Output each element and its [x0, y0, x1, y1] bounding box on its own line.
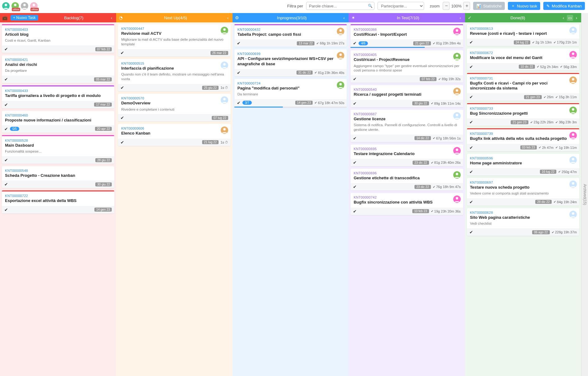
archive-icon[interactable]: ▭ — [567, 15, 573, 21]
zoom-in-button[interactable]: + — [463, 2, 470, 10]
task-card[interactable]: KNT00000733 Bug Sincronizzazione progett… — [467, 103, 579, 126]
task-card[interactable]: KNT00000731 Bugfix Costi e ricavi - Camp… — [467, 73, 579, 101]
card-title: Ricerca / suggest progetti terminati — [354, 92, 450, 97]
stats-button[interactable]: 📊 Statistiche — [473, 2, 505, 10]
search-input[interactable] — [306, 2, 374, 10]
new-task-button[interactable]: ＋ Nuovo task — [508, 2, 540, 10]
svg-point-23 — [456, 29, 458, 32]
column-body[interactable]: KNT00000403 Articoli blog Costi e ricavi… — [0, 22, 116, 376]
participant-select[interactable]: Partecipante... — [378, 2, 424, 10]
task-card[interactable]: KNT00000696 Gestione etichette di transc… — [351, 169, 463, 190]
card-title: Articoli blog — [5, 32, 102, 37]
column-body[interactable]: KNT00000447 Revisione mail ACTV Migliora… — [116, 22, 232, 376]
task-card[interactable]: KNT00000540 Ricerca / suggest progetti t… — [351, 85, 463, 107]
task-card[interactable]: KNT00000613 Revenue (costi e ricavi) - t… — [467, 24, 579, 46]
card-id: KNT00000731 — [470, 76, 576, 80]
user-avatar[interactable] — [2, 2, 10, 10]
archived-rail[interactable]: Archived(15) — [581, 13, 588, 376]
expand-icon[interactable]: › — [574, 16, 579, 20]
avatar-icon — [20, 2, 29, 10]
task-card[interactable]: KNT00000403 Articoli blog Costi e ricavi… — [2, 24, 114, 53]
user-avatar[interactable]: offline — [11, 2, 19, 10]
assignee-avatar — [337, 52, 344, 59]
task-card[interactable]: KNT00000432 Tabella Project: campo costi… — [234, 24, 347, 47]
user-avatar[interactable] — [20, 2, 29, 10]
column-body[interactable]: KNT00000432 Tabella Project: campo costi… — [233, 22, 349, 376]
task-card[interactable]: KNT00000460 Proposte nuove informazioni … — [2, 111, 114, 133]
assignee-avatar — [453, 171, 461, 179]
task-card[interactable]: KNT00000433 Tariffa giornaliera a livell… — [2, 85, 114, 108]
user-avatar[interactable]: offline — [30, 2, 38, 10]
svg-point-9 — [223, 28, 226, 31]
card-description: Vedi checklist — [470, 221, 576, 226]
duration-1: 2h 47m — [539, 146, 554, 149]
zoom-out-button[interactable]: − — [443, 2, 450, 10]
card-footer: ✔︎ 06 ago 22228g 19h 37m — [467, 228, 579, 236]
collapse-icon[interactable]: ‹ — [109, 16, 114, 20]
duration-2: 1g 19h 11m — [555, 146, 577, 149]
card-title: Revenue (costi e ricavi) - testare i rep… — [470, 31, 567, 36]
card-footer: ✔︎ 21 lug 221s — [118, 139, 230, 146]
card-footer: ✔︎ 17 mar 22 — [2, 101, 114, 108]
card-footer: ✔︎ 23 dic 2281g 23h 40m 26s — [351, 159, 463, 166]
chart-bar-icon: 📊 — [476, 4, 481, 8]
card-id: KNT00000432 — [237, 28, 344, 31]
column-body[interactable]: KNT00000613 Revenue (costi e ricavi) - t… — [465, 22, 581, 376]
task-card[interactable]: KNT00000724 Pagina "modifica dati person… — [234, 79, 347, 108]
collapse-icon[interactable]: ‹ — [342, 16, 346, 20]
card-description: Funzionalità sospese... — [5, 149, 111, 154]
duration-1: 76g 18h 9m 47s — [433, 185, 461, 189]
task-card[interactable]: KNT00000722 Esportazione excel attività … — [2, 190, 114, 213]
card-title: Tariffa giornaliera a livello di progett… — [5, 93, 102, 98]
task-card[interactable]: KNT00000596 Home page amministratore ✔︎ … — [467, 154, 579, 176]
card-footer: ✔︎ 10 dic 2252g 2h 34m56g 33m — [467, 63, 579, 71]
task-card[interactable]: KNT00000570 DemoOverview Rivedere e comp… — [118, 94, 230, 122]
card-id: KNT00000570 — [121, 96, 227, 100]
task-card[interactable]: KNT00000388 Costi/Ricavi - Import/Export… — [351, 24, 463, 48]
card-id: KNT00000447 — [121, 27, 227, 30]
card-title: Testare integrazione Calendario — [354, 151, 450, 156]
card-footer: ✔︎ 28 dic 2284g 19h 24m — [467, 198, 579, 206]
task-card[interactable]: KNT00000742 Bugfix sincronizzazione con … — [351, 193, 463, 215]
edit-kanban-button[interactable]: ✎ Modifica Kanban — [543, 2, 585, 10]
task-card[interactable]: KNT00000687 Gestione licenze Sistema di … — [351, 110, 463, 142]
date-pill: 26 mar 22 — [210, 51, 228, 55]
task-card[interactable]: KNT00000421 Analisi dei rischi Da proget… — [2, 55, 114, 83]
collapse-icon[interactable]: ‹ — [226, 16, 230, 20]
task-card[interactable]: KNT00000515 Interfaccia di pianificazion… — [118, 59, 230, 91]
date-pill: 21 gen 23 — [511, 120, 528, 124]
task-card[interactable]: KNT00000739 Bugfix link attività della w… — [467, 128, 579, 151]
duration-1: 81g 23h 40m 26s — [431, 161, 461, 164]
collapse-icon[interactable]: ‹ — [561, 16, 566, 20]
user-avatars: offlineoffline — [2, 2, 38, 10]
card-id: KNT00000739 — [470, 132, 576, 135]
zoom-group: − 100% + — [443, 2, 470, 10]
task-card[interactable]: KNT00000695 Testare integrazione Calenda… — [351, 144, 463, 166]
check-icon: ✔︎ — [4, 182, 8, 187]
task-card[interactable]: KNT00000447 Revisione mail ACTV Migliora… — [118, 24, 230, 57]
task-card[interactable]: KNT00000548 Scheda Progetto - Creazione … — [2, 166, 114, 188]
svg-point-17 — [339, 29, 342, 32]
card-footer: ✔︎ 10 feb 2319g 23h 20m 36s — [351, 208, 463, 215]
progress-bar — [234, 107, 347, 108]
duration-1: 19g 23h 20m 36s — [431, 209, 461, 213]
task-card[interactable]: KNT00000405 Costi/ricavi - ProjectRevenu… — [351, 50, 463, 83]
collapse-icon[interactable]: ‹ — [458, 16, 463, 20]
task-card[interactable]: KNT00000697 Testare nuova scheda progett… — [467, 178, 579, 206]
task-card[interactable]: KNT00000528 Main Dasboard Funzionalità s… — [2, 135, 114, 164]
task-card[interactable]: KNT00000699 API - Configurare sevizi/imp… — [234, 49, 347, 76]
card-id: KNT00000403 — [5, 28, 111, 31]
card-id: KNT00000596 — [470, 156, 576, 160]
date-pill: 30 giu 22 — [412, 101, 429, 105]
card-title: Costi/Ricavi - Import/Export — [354, 32, 450, 37]
check-icon: ✔︎ — [469, 230, 473, 235]
date-pill: 14 gen 23 — [295, 101, 313, 105]
task-card[interactable]: KNT00000606 Elenco Kanban ✔︎ 21 lug 221s — [118, 124, 230, 146]
svg-point-35 — [456, 197, 458, 199]
date-pill: 21 lug 22 — [202, 140, 219, 144]
task-card[interactable]: KNT00000628 Sito Web pagina caratteristi… — [467, 208, 579, 236]
column-new-task-button[interactable]: + Nuovo Task — [11, 15, 38, 21]
card-id: KNT00000695 — [354, 147, 460, 151]
column-body[interactable]: KNT00000388 Costi/Ricavi - Import/Export… — [349, 22, 465, 376]
task-card[interactable]: KNT00000672 Modificare la voce del menu … — [467, 48, 579, 70]
